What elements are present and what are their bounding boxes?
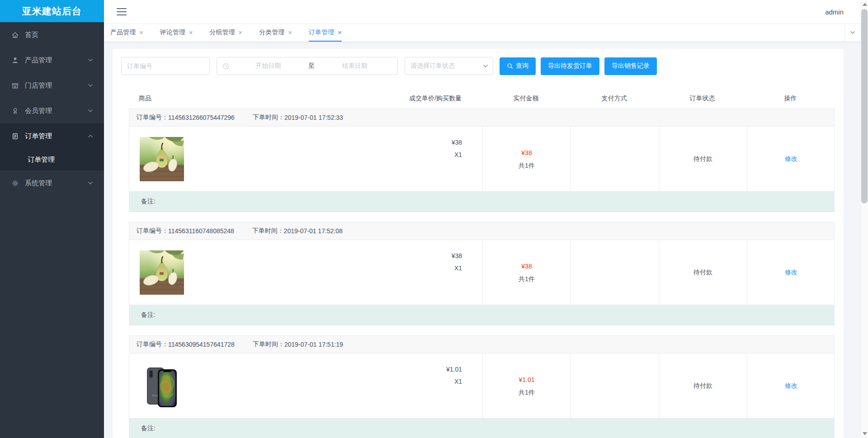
export-sales-button[interactable]: 导出销售记录 (604, 57, 657, 75)
close-icon[interactable]: × (338, 29, 342, 36)
remark-label: 备注: (141, 424, 156, 433)
order-header: 订单编号： 1145631266075447296 下单时间： 2019-07-… (129, 108, 835, 127)
close-icon[interactable]: × (288, 29, 292, 36)
order-no-label: 订单编号： (137, 340, 168, 349)
order-status-select[interactable]: 请选择订单状态 (405, 57, 493, 75)
order-no-value: 1145631266075447296 (168, 114, 235, 121)
user-menu[interactable]: admin (825, 8, 844, 16)
product-image-pear (140, 250, 184, 295)
remark-row: 备注: (129, 192, 835, 212)
end-date-placeholder: 结束日期 (317, 62, 392, 70)
sidebar-item-stores[interactable]: 门店管理 (0, 73, 104, 98)
quantity: X1 (452, 262, 462, 274)
order-time-value: 2019-07-01 17:52:33 (284, 114, 343, 121)
chevron-down-icon (88, 179, 93, 187)
sidebar-item-system[interactable]: 系统管理 (0, 170, 104, 196)
sidebar-subitem-orders[interactable]: 订单管理 (0, 149, 104, 170)
order-time-value: 2019-07-01 17:52:08 (284, 227, 343, 235)
order-status: 待付款 (693, 382, 712, 390)
paid-amount: ¥38 (521, 260, 532, 273)
scroll-up-icon[interactable] (863, 3, 867, 6)
column-header-unit-price: 成交单价/购买数量 (409, 94, 482, 103)
close-icon[interactable]: × (189, 29, 193, 36)
tab-categories[interactable]: 分类管理 × (259, 24, 292, 42)
vertical-scrollbar[interactable] (860, 0, 868, 438)
order-no-label: 订单编号： (137, 227, 168, 235)
tab-label: 订单管理 (309, 28, 334, 37)
tabs-overflow-button[interactable] (844, 24, 860, 42)
unit-price: ¥1.01 (446, 363, 462, 376)
order-header: 订单编号： 1145630954157641728 下单时间： 2019-07-… (129, 335, 835, 353)
order-icon (11, 132, 19, 140)
tab-orders[interactable]: 订单管理 × (309, 24, 342, 42)
order-time-label: 下单时间： (253, 340, 284, 349)
chevron-up-icon (88, 132, 93, 140)
date-separator: 至 (306, 62, 317, 70)
home-icon (11, 31, 19, 39)
close-icon[interactable]: × (239, 29, 243, 36)
total-count: 共1件 (519, 386, 535, 399)
table-row: iPhone ¥1.01 X1 ¥1.01 共1件 (129, 353, 835, 419)
search-button[interactable]: 查询 (500, 57, 536, 75)
chevron-down-icon (88, 107, 93, 115)
close-icon[interactable]: × (139, 29, 143, 36)
sidebar-item-home[interactable]: 首页 (0, 22, 104, 47)
sidebar-item-members[interactable]: 会员管理 (0, 98, 104, 123)
tabs-bar: 产品管理 × 评论管理 × 分组管理 × 分类管理 × 订单管理 × (104, 24, 868, 42)
tab-products[interactable]: 产品管理 × (110, 24, 143, 42)
column-header-pay-method: 支付方式 (570, 94, 658, 103)
table-header-row: 商品 成交单价/购买数量 实付金额 支付方式 订单状态 操作 (129, 89, 835, 108)
edit-order-link[interactable]: 修改 (785, 155, 797, 163)
chevron-down-icon (88, 57, 93, 64)
tab-groups[interactable]: 分组管理 × (210, 24, 243, 42)
column-header-goods: 商品 (134, 94, 151, 103)
remark-label: 备注: (141, 311, 156, 319)
order-no-value: 1145631160748085248 (168, 227, 234, 235)
unit-price: ¥38 (452, 250, 462, 262)
member-icon (11, 107, 19, 115)
orders-table: 商品 成交单价/购买数量 实付金额 支付方式 订单状态 操作 订单编号： 114… (129, 89, 835, 438)
user-icon (11, 56, 19, 64)
clock-icon (222, 63, 229, 70)
product-image-iphone: iPhone (140, 364, 184, 408)
order-status: 待付款 (693, 155, 712, 163)
order-time-label: 下单时间： (252, 227, 284, 235)
order-no-input[interactable] (121, 57, 210, 75)
app-logo: 亚米建站后台 (0, 0, 104, 22)
column-header-paid: 实付金额 (482, 94, 570, 103)
content-area: 开始日期 至 结束日期 请选择订单状态 查询 (104, 42, 868, 438)
sidebar-item-label: 会员管理 (25, 107, 88, 115)
column-header-status: 订单状态 (658, 94, 746, 103)
export-sales-label: 导出销售记录 (612, 62, 650, 70)
chevron-down-icon (483, 63, 488, 69)
sidebar-item-orders[interactable]: 订单管理 (0, 123, 104, 149)
sidebar-menu: 首页 产品管理 门店管理 会员管理 (0, 22, 104, 196)
search-button-label: 查询 (516, 62, 528, 70)
column-header-actions: 操作 (746, 94, 835, 103)
quantity: X1 (452, 149, 462, 161)
app-window: 亚米建站后台 首页 产品管理 门店管理 (0, 0, 868, 438)
orders-card: 开始日期 至 结束日期 请选择订单状态 查询 (113, 49, 844, 438)
order-block: 订单编号： 1145630954157641728 下单时间： 2019-07-… (129, 335, 835, 438)
tab-label: 产品管理 (110, 28, 136, 37)
tab-comments[interactable]: 评论管理 × (160, 24, 193, 42)
gear-icon (11, 179, 19, 187)
sidebar-group-orders: 订单管理 订单管理 (0, 123, 104, 170)
date-range-picker[interactable]: 开始日期 至 结束日期 (217, 57, 398, 75)
remark-row: 备注: (129, 419, 835, 438)
edit-order-link[interactable]: 修改 (785, 268, 797, 277)
status-select-placeholder: 请选择订单状态 (410, 62, 483, 70)
sidebar-item-products[interactable]: 产品管理 (0, 47, 104, 73)
scroll-down-icon[interactable] (863, 432, 867, 435)
paid-amount: ¥1.01 (519, 373, 534, 386)
order-no-value: 1145630954157641728 (168, 341, 235, 348)
export-pending-button[interactable]: 导出待发货订单 (541, 57, 599, 75)
remark-row: 备注: (129, 305, 835, 325)
scrollbar-thumb[interactable] (861, 9, 868, 203)
edit-order-link[interactable]: 修改 (785, 382, 797, 390)
tab-label: 评论管理 (160, 28, 185, 37)
menu-toggle-icon[interactable] (117, 8, 127, 15)
main-area: admin 产品管理 × 评论管理 × 分组管理 × 分类管理 × 订单管理 × (104, 0, 868, 438)
table-row: ¥38 X1 ¥38 共1件 (129, 127, 835, 192)
order-no-label: 订单编号： (137, 113, 168, 122)
